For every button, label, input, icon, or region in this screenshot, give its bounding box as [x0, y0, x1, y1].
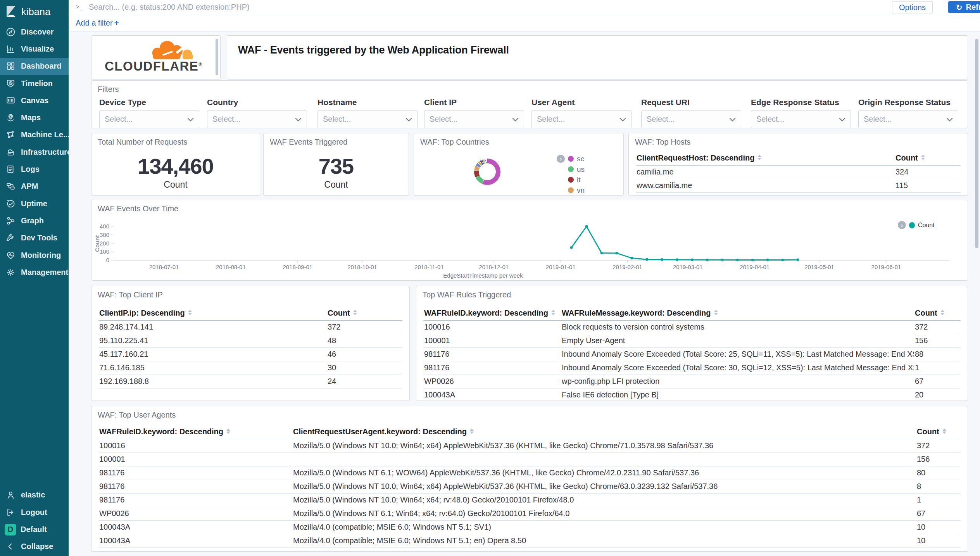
table-cell: Inbound Anomaly Score Exceeded (Total Sc…	[561, 361, 914, 375]
legend-expand-icon[interactable]: ›	[557, 155, 565, 163]
filter-bar: Add a filter+	[69, 15, 980, 31]
legend-item-it[interactable]: it	[557, 174, 585, 185]
filter-label: Origin Response Status	[858, 98, 958, 107]
total-requests-value: 134,460	[91, 154, 260, 179]
panel-waf-events-triggered: WAF Events Triggered 735 Count	[263, 133, 409, 196]
sidebar-item-default[interactable]: DDefault	[0, 521, 69, 538]
sort-icon[interactable]	[226, 428, 230, 434]
filter-select-country[interactable]: Select...	[207, 111, 307, 128]
table-cell: 1	[916, 494, 961, 507]
table-cell: 67	[914, 375, 961, 389]
column-header-count[interactable]: Count	[914, 306, 961, 321]
sort-icon[interactable]	[714, 310, 718, 316]
plus-icon: +	[114, 18, 119, 27]
table-row: 100043AMozilla/4.0 (compatible; MSIE 6.0…	[98, 534, 961, 548]
metric-unit: Count	[91, 180, 260, 190]
options-button[interactable]: Options	[892, 1, 933, 14]
kibana-logo[interactable]: kibana	[0, 0, 69, 23]
sidebar-item-logout[interactable]: Logout	[0, 504, 69, 521]
svg-text:2019-04-01: 2019-04-01	[740, 264, 770, 270]
table-cell: WP0026	[423, 375, 561, 389]
sort-icon[interactable]	[940, 310, 944, 316]
filter-label: Hostname	[317, 98, 418, 107]
refresh-button[interactable]: ↻ Refresh	[948, 1, 980, 13]
column-header-wafrulemessage-keyword-descending[interactable]: WAFRuleMessage.keyword: Descending	[561, 306, 914, 321]
legend-expand-icon[interactable]: ›	[898, 221, 906, 229]
filter-select-client-ip[interactable]: Select...	[424, 111, 524, 128]
table-cell: Mozilla/4.0 (compatible; MSIE 6.0; Windo…	[292, 534, 916, 548]
sort-icon[interactable]	[188, 310, 192, 316]
sort-icon[interactable]	[353, 310, 357, 316]
filter-select-device-type[interactable]: Select...	[99, 111, 199, 128]
add-filter-link[interactable]: Add a filter+	[76, 18, 119, 28]
sidebar-item-uptime[interactable]: Uptime	[0, 195, 69, 212]
sidebar-item-canvas[interactable]: Canvas	[0, 92, 69, 109]
column-header-count[interactable]: Count	[916, 425, 961, 439]
sidebar-item-graph[interactable]: Graph	[0, 212, 69, 229]
filter-label: Request URI	[641, 98, 741, 107]
column-header-count[interactable]: Count	[327, 306, 402, 321]
sidebar-nav: DiscoverVisualizeDashboardTimelionCanvas…	[0, 23, 69, 281]
sidebar-item-timelion[interactable]: Timelion	[0, 75, 69, 92]
filter-label: Edge Response Status	[751, 98, 851, 107]
filter-select-request-uri[interactable]: Select...	[641, 111, 741, 128]
filter-select-user-agent[interactable]: Select...	[531, 111, 631, 128]
legend-item-vn[interactable]: vn	[557, 185, 585, 195]
legend-label[interactable]: Count	[918, 222, 935, 229]
sidebar-item-apm[interactable]: APM	[0, 178, 69, 195]
logo-text: kibana	[21, 6, 50, 17]
table-row: 981176Inbound Anomaly Score Exceeded (To…	[423, 361, 961, 375]
panel-scrollbar[interactable]	[216, 39, 218, 75]
sort-icon[interactable]	[942, 428, 946, 434]
filter-select-origin-response-status[interactable]: Select...	[858, 111, 958, 128]
column-header-wafruleid-keyword-descending[interactable]: WAFRuleID.keyword: Descending	[98, 425, 292, 439]
countries-donut-chart[interactable]	[474, 159, 500, 185]
sidebar-item-collapse[interactable]: Collapse	[0, 538, 69, 555]
management-icon	[5, 267, 16, 278]
filter-origin-response-status: Origin Response StatusSelect...	[858, 98, 958, 128]
compass-icon	[5, 27, 16, 37]
events-line-chart[interactable]: 01002003004002018-07-012018-08-012018-09…	[91, 212, 968, 280]
user-icon	[5, 490, 16, 500]
svg-text:2018-07-01: 2018-07-01	[149, 264, 179, 270]
column-header-clientip-ip-descending[interactable]: ClientIP.ip: Descending	[98, 306, 327, 321]
sort-icon[interactable]	[757, 155, 761, 161]
sort-icon[interactable]	[551, 310, 555, 316]
sidebar-item-discover[interactable]: Discover	[0, 23, 69, 40]
filter-label: User Agent	[531, 98, 631, 107]
sidebar-item-dev-tools[interactable]: Dev Tools	[0, 230, 69, 247]
sidebar-item-infrastructure[interactable]: Infrastructure	[0, 143, 69, 161]
page-scrollbar[interactable]	[975, 39, 978, 248]
dashboard-grid: CLOUDFLARE® WAF - Events triggered by th…	[69, 31, 980, 556]
table-cell: False IE6 detection [Type B]	[561, 389, 914, 401]
sidebar-item-monitoring[interactable]: Monitoring	[0, 247, 69, 264]
column-header-clientrequesthost-descending[interactable]: ClientRequestHost: Descending	[636, 151, 895, 166]
sidebar-item-maps[interactable]: Maps	[0, 109, 69, 126]
svg-text:300: 300	[100, 231, 109, 238]
sidebar-item-management[interactable]: Management	[0, 264, 69, 281]
filter-user-agent: User AgentSelect...	[531, 98, 631, 128]
sidebar-item-visualize[interactable]: Visualize	[0, 40, 69, 57]
sidebar-item-logs[interactable]: Logs	[0, 161, 69, 178]
column-header-count[interactable]: Count	[895, 151, 961, 166]
legend-item-sc[interactable]: ›sc	[557, 154, 585, 164]
sort-icon[interactable]	[921, 155, 925, 161]
refresh-icon: ↻	[956, 3, 963, 12]
table-cell: Mozilla/5.0 (Windows NT 10.0; Win64; x64…	[292, 480, 916, 494]
sidebar-item-dashboard[interactable]: Dashboard	[0, 58, 69, 75]
column-header-wafruleid-keyword-descending[interactable]: WAFRuleID.keyword: Descending	[423, 306, 561, 321]
sidebar-item-machine-le[interactable]: Machine Le...	[0, 126, 69, 143]
search-input[interactable]: Search... (e.g. status:200 AND extension…	[89, 3, 250, 12]
filter-select-edge-response-status[interactable]: Select...	[751, 111, 851, 128]
sidebar-item-elastic[interactable]: elastic	[0, 487, 69, 504]
devtools-icon	[5, 233, 16, 243]
legend-item-us[interactable]: us	[557, 164, 585, 174]
svg-text:0: 0	[106, 257, 109, 263]
table-cell: 156	[916, 453, 961, 466]
panel-dashboard-title: WAF - Events triggered by the Web Applic…	[227, 35, 968, 79]
column-header-clientrequestuseragent-keyword-descending[interactable]: ClientRequestUserAgent.keyword: Descendi…	[292, 425, 916, 439]
user-agents-table: WAFRuleID.keyword: DescendingClientReque…	[91, 425, 968, 548]
svg-text:2018-09-01: 2018-09-01	[283, 264, 312, 270]
filter-select-hostname[interactable]: Select...	[317, 111, 418, 128]
sort-icon[interactable]	[470, 428, 474, 434]
